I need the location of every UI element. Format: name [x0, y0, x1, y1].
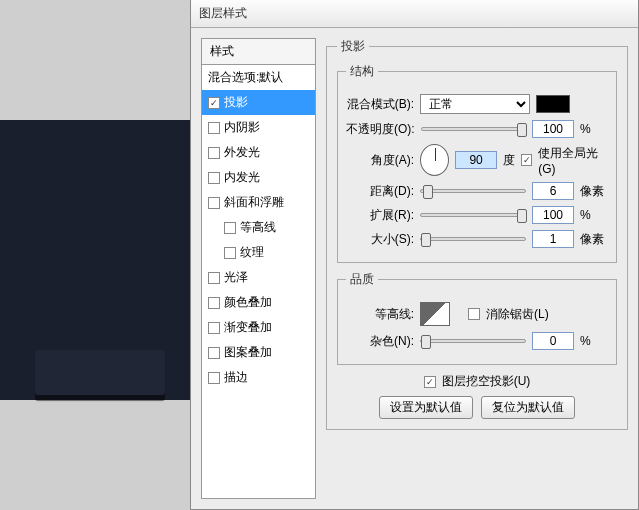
- pct-unit-2: %: [580, 208, 608, 222]
- size-label: 大小(S):: [346, 231, 414, 248]
- style-checkbox[interactable]: [208, 172, 220, 184]
- canvas-shape: [35, 350, 165, 395]
- quality-group: 品质 等高线: 消除锯齿(L) 杂色(N): %: [337, 271, 617, 365]
- global-light-label: 使用全局光(G): [538, 145, 608, 176]
- style-checkbox[interactable]: [208, 322, 220, 334]
- section-title: 投影: [337, 38, 369, 55]
- style-item-label: 光泽: [224, 269, 248, 286]
- style-checkbox[interactable]: [208, 297, 220, 309]
- canvas-dark: [0, 120, 190, 400]
- quality-title: 品质: [346, 271, 378, 288]
- contour-swatch[interactable]: [420, 302, 450, 326]
- global-light-checkbox[interactable]: ✓: [521, 154, 532, 166]
- angle-dial[interactable]: [420, 144, 449, 176]
- style-item-label: 外发光: [224, 144, 260, 161]
- style-item-1[interactable]: ✓投影: [202, 90, 315, 115]
- canvas-area: [0, 0, 190, 510]
- style-item-2[interactable]: 内阴影: [202, 115, 315, 140]
- distance-label: 距离(D):: [346, 183, 414, 200]
- shadow-color-swatch[interactable]: [536, 95, 570, 113]
- antialias-checkbox[interactable]: [468, 308, 480, 320]
- dialog-titlebar[interactable]: 图层样式: [191, 0, 638, 28]
- pct-unit-3: %: [580, 334, 608, 348]
- style-item-label: 等高线: [240, 219, 276, 236]
- style-item-0[interactable]: 混合选项:默认: [202, 65, 315, 90]
- drop-shadow-group: 投影 结构 混合模式(B): 正常 不透明度(O): %: [326, 38, 628, 430]
- contour-label: 等高线:: [346, 306, 414, 323]
- style-item-label: 图案叠加: [224, 344, 272, 361]
- set-default-button[interactable]: 设置为默认值: [379, 396, 473, 419]
- distance-input[interactable]: [532, 182, 574, 200]
- style-item-9[interactable]: 颜色叠加: [202, 290, 315, 315]
- pct-unit: %: [580, 122, 608, 136]
- layer-style-dialog: 图层样式 样式 混合选项:默认✓投影内阴影外发光内发光斜面和浮雕等高线纹理光泽颜…: [190, 0, 639, 510]
- opacity-slider[interactable]: [421, 127, 526, 131]
- px-unit: 像素: [580, 183, 608, 200]
- distance-slider[interactable]: [420, 189, 526, 193]
- style-item-4[interactable]: 内发光: [202, 165, 315, 190]
- style-item-label: 纹理: [240, 244, 264, 261]
- style-item-10[interactable]: 渐变叠加: [202, 315, 315, 340]
- style-item-label: 混合选项:默认: [208, 69, 283, 86]
- angle-input[interactable]: [455, 151, 497, 169]
- style-checkbox[interactable]: [208, 347, 220, 359]
- style-item-label: 描边: [224, 369, 248, 386]
- style-item-8[interactable]: 光泽: [202, 265, 315, 290]
- structure-title: 结构: [346, 63, 378, 80]
- style-checkbox[interactable]: [224, 222, 236, 234]
- style-item-label: 内发光: [224, 169, 260, 186]
- style-checkbox[interactable]: [208, 272, 220, 284]
- style-checkbox[interactable]: [224, 247, 236, 259]
- style-item-6[interactable]: 等高线: [202, 215, 315, 240]
- degree-unit: 度: [503, 152, 515, 169]
- style-item-label: 颜色叠加: [224, 294, 272, 311]
- style-checkbox[interactable]: [208, 147, 220, 159]
- knockout-label: 图层挖空投影(U): [442, 373, 531, 390]
- styles-list: 样式 混合选项:默认✓投影内阴影外发光内发光斜面和浮雕等高线纹理光泽颜色叠加渐变…: [201, 38, 316, 499]
- antialias-label: 消除锯齿(L): [486, 306, 549, 323]
- spread-input[interactable]: [532, 206, 574, 224]
- blend-mode-label: 混合模式(B):: [346, 96, 414, 113]
- style-item-label: 投影: [224, 94, 248, 111]
- style-item-label: 渐变叠加: [224, 319, 272, 336]
- style-item-12[interactable]: 描边: [202, 365, 315, 390]
- style-item-3[interactable]: 外发光: [202, 140, 315, 165]
- reset-default-button[interactable]: 复位为默认值: [481, 396, 575, 419]
- px-unit-2: 像素: [580, 231, 608, 248]
- spread-label: 扩展(R):: [346, 207, 414, 224]
- style-checkbox[interactable]: [208, 372, 220, 384]
- angle-label: 角度(A):: [346, 152, 414, 169]
- blend-mode-select[interactable]: 正常: [420, 94, 530, 114]
- style-item-7[interactable]: 纹理: [202, 240, 315, 265]
- opacity-input[interactable]: [532, 120, 574, 138]
- size-input[interactable]: [532, 230, 574, 248]
- dialog-title: 图层样式: [199, 5, 247, 22]
- structure-group: 结构 混合模式(B): 正常 不透明度(O): % 角度(A):: [337, 63, 617, 263]
- knockout-checkbox[interactable]: ✓: [424, 376, 436, 388]
- style-checkbox[interactable]: ✓: [208, 97, 220, 109]
- noise-slider[interactable]: [420, 339, 526, 343]
- style-item-5[interactable]: 斜面和浮雕: [202, 190, 315, 215]
- style-checkbox[interactable]: [208, 197, 220, 209]
- noise-input[interactable]: [532, 332, 574, 350]
- spread-slider[interactable]: [420, 213, 526, 217]
- style-item-label: 斜面和浮雕: [224, 194, 284, 211]
- size-slider[interactable]: [420, 237, 526, 241]
- styles-header: 样式: [202, 39, 315, 65]
- style-checkbox[interactable]: [208, 122, 220, 134]
- opacity-label: 不透明度(O):: [346, 121, 415, 138]
- style-item-11[interactable]: 图案叠加: [202, 340, 315, 365]
- style-item-label: 内阴影: [224, 119, 260, 136]
- noise-label: 杂色(N):: [346, 333, 414, 350]
